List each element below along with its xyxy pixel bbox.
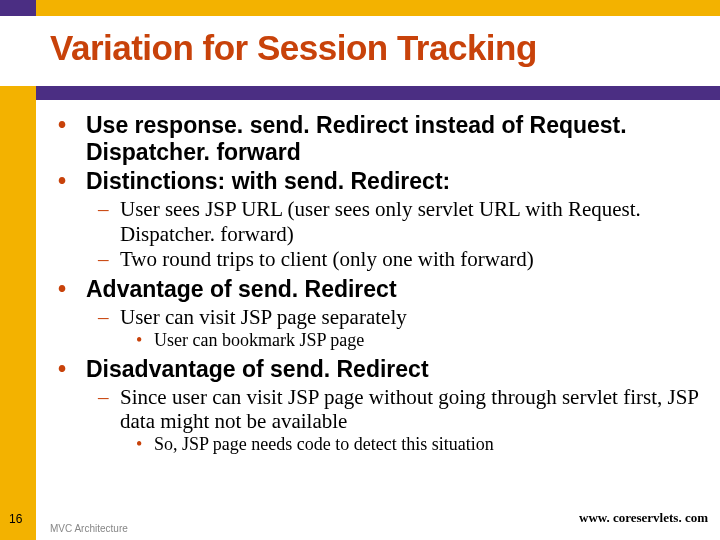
slide: Variation for Session Tracking Use respo… bbox=[0, 0, 720, 540]
bullet-level3: So, JSP page needs code to detect this s… bbox=[136, 434, 700, 455]
content-area: Use response. send. Redirect instead of … bbox=[58, 112, 700, 456]
bullet-level2: User sees JSP URL (user sees only servle… bbox=[98, 197, 700, 245]
bullet-level3: User can bookmark JSP page bbox=[136, 330, 700, 351]
page-number: 16 bbox=[9, 512, 22, 526]
bullet-level1: Use response. send. Redirect instead of … bbox=[58, 112, 700, 166]
footer-label: MVC Architecture bbox=[50, 523, 128, 534]
bullet-level2: Since user can visit JSP page without go… bbox=[98, 385, 700, 433]
bullet-level1: Disadvantage of send. Redirect bbox=[58, 356, 700, 383]
slide-title: Variation for Session Tracking bbox=[50, 28, 700, 68]
bullet-level2: User can visit JSP page separately bbox=[98, 305, 700, 329]
bullet-level2: Two round trips to client (only one with… bbox=[98, 247, 700, 271]
bullet-level1: Advantage of send. Redirect bbox=[58, 276, 700, 303]
footer-url: www. coreservlets. com bbox=[579, 510, 708, 526]
bullet-level1: Distinctions: with send. Redirect: bbox=[58, 168, 700, 195]
divider-band bbox=[0, 86, 720, 100]
left-sidebar bbox=[0, 86, 36, 540]
top-band bbox=[0, 0, 720, 16]
